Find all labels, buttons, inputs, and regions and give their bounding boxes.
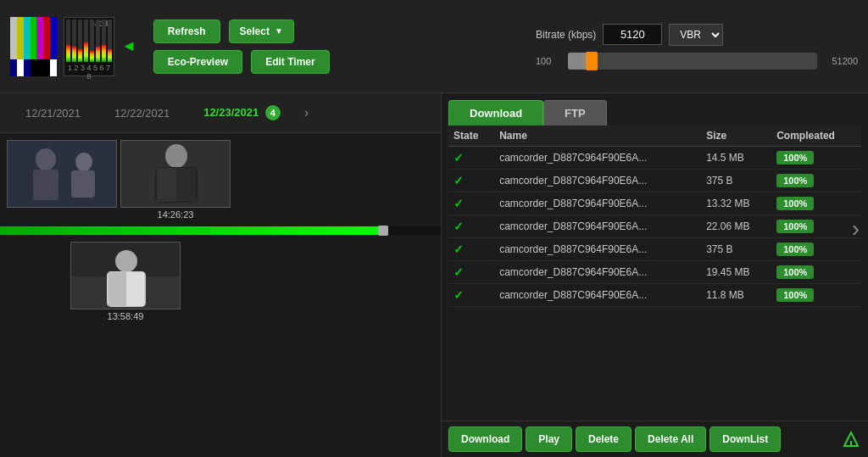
table-row[interactable]: ✓ camcorder_D887C964F90E6A... 22.06 MB 1…: [448, 215, 861, 238]
download-tabs: Download FTP: [442, 93, 868, 125]
file-size-4: 375 B: [701, 238, 771, 261]
file-pct-1: 100%: [771, 170, 861, 192]
svg-rect-8: [157, 168, 176, 202]
delete-all-button[interactable]: Delete All: [635, 426, 706, 452]
file-pct-4: 100%: [771, 238, 861, 261]
file-state-6: ✓: [448, 284, 494, 307]
downlist-button[interactable]: DownList: [709, 426, 781, 452]
table-row[interactable]: ✓ camcorder_D887C964F90E6A... 14.5 MB 10…: [448, 147, 861, 170]
thumbnail-1[interactable]: 14:26:23: [120, 140, 231, 220]
thumbnail-2[interactable]: 13:58:49: [70, 242, 181, 321]
select-dropdown-arrow: ▼: [275, 26, 283, 36]
date-nav-arrow[interactable]: ›: [298, 102, 315, 124]
bitrate-section: Bitrate (kbps) VBR CBR 100 51200: [536, 24, 858, 70]
svg-rect-0: [8, 141, 117, 208]
progress-bar[interactable]: [0, 226, 441, 235]
file-size-2: 13.32 MB: [701, 192, 771, 215]
file-state-0: ✓: [448, 147, 494, 170]
file-name-1: camcorder_D887C964F90E6A...: [494, 170, 701, 192]
file-pct-0: 100%: [771, 147, 861, 170]
date-tab-2[interactable]: 12/23/2021 4: [186, 100, 298, 125]
control-buttons: Refresh Select ▼ Eco-Preview Edit Timer: [153, 20, 330, 74]
bitrate-input[interactable]: [603, 24, 662, 45]
svg-rect-14: [108, 272, 126, 306]
file-name-0: camcorder_D887C964F90E6A...: [494, 147, 701, 170]
file-size-6: 11.8 MB: [701, 284, 771, 307]
file-pct-6: 100%: [771, 284, 861, 307]
file-state-1: ✓: [448, 170, 494, 192]
file-table: State Name Size Compleated ✓ camcorder_D…: [448, 125, 861, 421]
col-size: Size: [701, 125, 771, 147]
col-state: State: [448, 125, 494, 147]
file-pct-5: 100%: [771, 261, 861, 284]
file-size-1: 375 B: [701, 170, 771, 192]
main-content: 12/21/2021 12/22/2021 12/23/2021 4 ›: [0, 93, 868, 457]
check-icon: ✓: [453, 174, 464, 187]
file-name-6: camcorder_D887C964F90E6A...: [494, 284, 701, 307]
color-bars: [10, 17, 57, 76]
table-row[interactable]: ✓ camcorder_D887C964F90E6A... 375 B 100%: [448, 170, 861, 192]
svg-rect-15: [126, 272, 144, 306]
bitrate-slider[interactable]: [568, 53, 817, 70]
svg-point-1: [36, 148, 56, 170]
check-icon: ✓: [453, 151, 464, 164]
bitrate-min: 100: [536, 56, 561, 66]
bitrate-label: Bitrate (kbps): [536, 29, 596, 41]
file-pct-2: 100%: [771, 192, 861, 215]
file-state-5: ✓: [448, 261, 494, 284]
file-name-5: camcorder_D887C964F90E6A...: [494, 261, 701, 284]
top-bar: -40db 1 2 3 4 5 6 7 8 ◄ Refresh Select ▼: [0, 0, 868, 93]
bitrate-max: 51200: [824, 56, 858, 66]
svg-point-6: [165, 144, 187, 168]
file-pct-3: 100%: [771, 215, 861, 238]
left-panel: 12/21/2021 12/22/2021 12/23/2021 4 ›: [0, 93, 441, 457]
date-tab-1[interactable]: 12/22/2021: [97, 102, 186, 125]
tab-ftp[interactable]: FTP: [543, 100, 607, 125]
preview-area: -40db 1 2 3 4 5 6 7 8 ◄: [10, 17, 136, 76]
right-panel: Download FTP State Name Size Compleated: [441, 93, 868, 457]
thumbnail-2-label: 13:58:49: [70, 311, 181, 321]
date-badge: 4: [265, 105, 281, 120]
svg-rect-2: [33, 170, 58, 200]
thumbnail-0[interactable]: [7, 140, 117, 208]
file-name-2: camcorder_D887C964F90E6A...: [494, 192, 701, 215]
vbr-select[interactable]: VBR CBR: [669, 24, 723, 46]
date-tab-0[interactable]: 12/21/2021: [8, 102, 97, 125]
check-icon: ✓: [453, 265, 464, 279]
refresh-button[interactable]: Refresh: [153, 20, 220, 43]
thumbnail-1-label: 14:26:23: [120, 209, 231, 220]
play-button[interactable]: Play: [526, 426, 572, 452]
thumbnail-nav-right[interactable]: ›: [852, 215, 860, 242]
signal-arrow: ◄: [121, 37, 136, 55]
file-size-5: 19.45 MB: [701, 261, 771, 284]
table-row[interactable]: ✓ camcorder_D887C964F90E6A... 11.8 MB 10…: [448, 284, 861, 307]
svg-point-3: [75, 153, 92, 171]
file-state-2: ✓: [448, 192, 494, 215]
check-icon: ✓: [453, 242, 464, 256]
corner-icon: [841, 426, 861, 452]
delete-button[interactable]: Delete: [576, 426, 632, 452]
download-button[interactable]: Download: [448, 426, 522, 452]
edit-timer-button[interactable]: Edit Timer: [251, 50, 329, 74]
file-name-4: camcorder_D887C964F90E6A...: [494, 238, 701, 261]
date-tabs: 12/21/2021 12/22/2021 12/23/2021 4 ›: [0, 93, 441, 133]
bottom-buttons: Download Play Delete Delete All DownList: [442, 421, 868, 457]
channel-numbers: 1 2 3 4 5 6 7 8: [66, 64, 112, 81]
svg-rect-4: [71, 170, 95, 198]
check-icon: ✓: [453, 220, 464, 233]
svg-rect-9: [176, 168, 196, 202]
file-name-3: camcorder_D887C964F90E6A...: [494, 215, 701, 238]
svg-point-12: [115, 250, 137, 272]
file-state-4: ✓: [448, 238, 494, 261]
table-row[interactable]: ✓ camcorder_D887C964F90E6A... 375 B 100%: [448, 238, 861, 261]
file-size-0: 14.5 MB: [701, 147, 771, 170]
eco-preview-button[interactable]: Eco-Preview: [153, 50, 242, 74]
tab-download[interactable]: Download: [448, 100, 543, 125]
table-row[interactable]: ✓ camcorder_D887C964F90E6A... 13.32 MB 1…: [448, 192, 861, 215]
select-button[interactable]: Select ▼: [229, 20, 294, 43]
thumbnail-row-bottom: 13:58:49: [0, 235, 441, 328]
col-name: Name: [494, 125, 701, 147]
table-row[interactable]: ✓ camcorder_D887C964F90E6A... 19.45 MB 1…: [448, 261, 861, 284]
file-state-3: ✓: [448, 215, 494, 238]
thumbnail-row-top: 14:26:23 ›: [0, 133, 441, 226]
